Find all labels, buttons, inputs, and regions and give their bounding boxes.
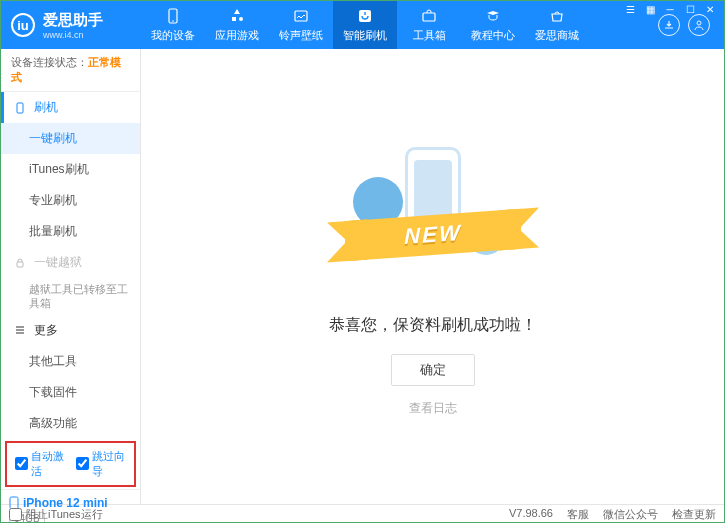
wechat-link[interactable]: 微信公众号 — [603, 507, 658, 522]
minimize-button[interactable]: ─ — [663, 2, 677, 16]
lock-icon — [14, 257, 28, 269]
svg-rect-2 — [295, 11, 307, 21]
svg-point-5 — [697, 21, 701, 25]
app-name: 爱思助手 — [43, 11, 103, 30]
sidebar-section-flash[interactable]: 刷机 — [1, 92, 140, 123]
svg-rect-3 — [359, 10, 371, 22]
sidebar-item-firmware[interactable]: 下载固件 — [1, 377, 140, 408]
view-log-link[interactable]: 查看日志 — [409, 400, 457, 417]
ok-button[interactable]: 确定 — [391, 354, 475, 386]
close-button[interactable]: ✕ — [703, 2, 717, 16]
main-content: NEW 恭喜您，保资料刷机成功啦！ 确定 查看日志 — [141, 49, 724, 504]
tab-ringtones[interactable]: 铃声壁纸 — [269, 1, 333, 49]
sidebar-item-othertools[interactable]: 其他工具 — [1, 346, 140, 377]
tab-my-device[interactable]: 我的设备 — [141, 1, 205, 49]
toolbox-icon — [420, 7, 438, 25]
store-icon — [548, 7, 566, 25]
maximize-button[interactable]: ☐ — [683, 2, 697, 16]
success-message: 恭喜您，保资料刷机成功啦！ — [329, 315, 537, 336]
check-update-link[interactable]: 检查更新 — [672, 507, 716, 522]
skin-icon[interactable]: ▦ — [643, 2, 657, 16]
tab-flash[interactable]: 智能刷机 — [333, 1, 397, 49]
tab-toolbox[interactable]: 工具箱 — [397, 1, 461, 49]
more-icon — [14, 324, 28, 336]
sidebar: 设备连接状态：正常模式 刷机 一键刷机 iTunes刷机 专业刷机 批量刷机 一… — [1, 49, 141, 504]
sidebar-section-jailbreak[interactable]: 一键越狱 — [1, 247, 140, 278]
block-itunes-checkbox[interactable]: 阻止iTunes运行 — [9, 507, 103, 522]
tutorial-icon — [484, 7, 502, 25]
svg-rect-6 — [17, 103, 23, 113]
tab-apps[interactable]: 应用游戏 — [205, 1, 269, 49]
svg-rect-7 — [17, 262, 23, 267]
flash-icon — [356, 7, 374, 25]
jailbreak-note: 越狱工具已转移至工具箱 — [1, 278, 140, 315]
svg-point-1 — [172, 20, 174, 22]
sidebar-item-itunes[interactable]: iTunes刷机 — [1, 154, 140, 185]
logo-area: iu 爱思助手 www.i4.cn — [11, 11, 141, 40]
ribbon-text: NEW — [404, 219, 461, 249]
phone-icon — [14, 102, 28, 114]
window-controls: ☰ ▦ ─ ☐ ✕ — [623, 2, 717, 16]
device-icon — [164, 7, 182, 25]
svg-rect-4 — [423, 13, 435, 21]
wallpaper-icon — [292, 7, 310, 25]
version-label: V7.98.66 — [509, 507, 553, 522]
apps-icon — [228, 7, 246, 25]
top-tabs: 我的设备 应用游戏 铃声壁纸 智能刷机 工具箱 教程中心 爱思商城 — [141, 1, 658, 49]
options-row: 自动激活 跳过向导 — [5, 441, 136, 487]
skip-guide-checkbox[interactable]: 跳过向导 — [76, 449, 127, 479]
success-illustration: NEW — [323, 137, 543, 297]
download-button[interactable] — [658, 14, 680, 36]
auto-activate-checkbox[interactable]: 自动激活 — [15, 449, 66, 479]
logo-icon: iu — [11, 13, 35, 37]
sidebar-item-oneclick[interactable]: 一键刷机 — [1, 123, 140, 154]
sidebar-section-more[interactable]: 更多 — [1, 315, 140, 346]
menu-icon[interactable]: ☰ — [623, 2, 637, 16]
sidebar-item-pro[interactable]: 专业刷机 — [1, 185, 140, 216]
app-sub: www.i4.cn — [43, 30, 103, 40]
connection-status: 设备连接状态：正常模式 — [1, 49, 140, 92]
customer-service-link[interactable]: 客服 — [567, 507, 589, 522]
tab-store[interactable]: 爱思商城 — [525, 1, 589, 49]
sidebar-item-batch[interactable]: 批量刷机 — [1, 216, 140, 247]
sidebar-item-advanced[interactable]: 高级功能 — [1, 408, 140, 439]
titlebar: iu 爱思助手 www.i4.cn 我的设备 应用游戏 铃声壁纸 智能刷机 工具… — [1, 1, 724, 49]
user-button[interactable] — [688, 14, 710, 36]
tab-tutorial[interactable]: 教程中心 — [461, 1, 525, 49]
